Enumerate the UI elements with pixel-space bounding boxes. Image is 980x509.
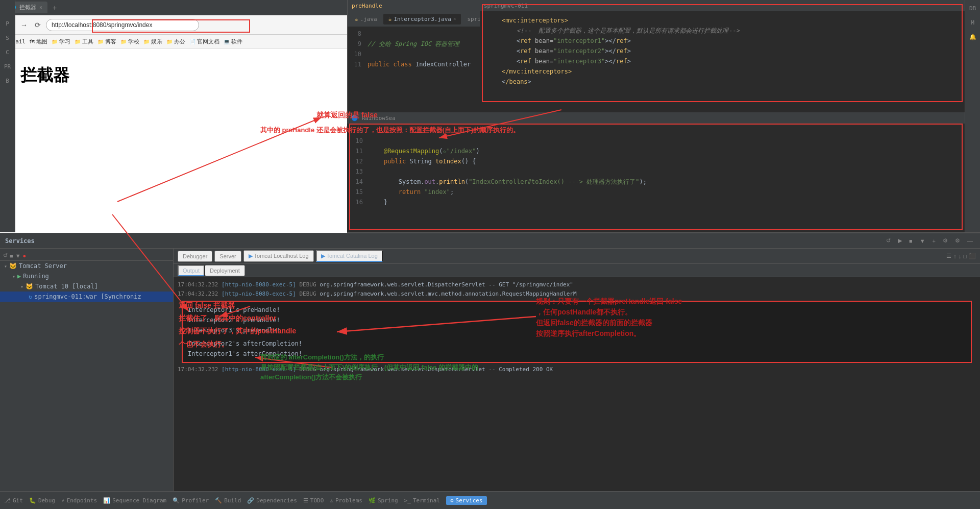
notifications-icon[interactable]: 🔔: [968, 34, 978, 44]
status-sequence[interactable]: 📊 Sequence Diagram: [103, 497, 166, 504]
bookmark-entertainment[interactable]: 📁娱乐: [143, 38, 162, 45]
tree-item-tomcat10[interactable]: ▾ 🐱 Tomcat 10 [local]: [0, 281, 173, 292]
tree-record-btn[interactable]: ●: [23, 253, 27, 259]
bookmark-docs[interactable]: 📄官网文档: [189, 38, 219, 45]
xml-line-7: </beans>: [482, 77, 963, 87]
middle-code-line-8: 8: [348, 29, 480, 39]
tab-tomcat-catalina-log[interactable]: ▶ Tomcat Catalina Log: [316, 250, 383, 262]
bookmark-software[interactable]: 💻软件: [224, 38, 242, 45]
ctrl-code-area: 9 10 11 @RequestMapping(☆"/index") 12 pu…: [347, 124, 965, 209]
services-tree: ↺ ■ ▼ ● ▾ 🐱 Tomcat Server ▾ ▶ Running ▾ …: [0, 249, 174, 491]
status-endpoints[interactable]: ⚡ Endpoints: [61, 497, 97, 504]
status-build[interactable]: 🔨 Build: [215, 497, 241, 504]
terminal-label: Terminal: [413, 497, 440, 504]
tab-debugger[interactable]: Debugger: [178, 251, 212, 262]
status-bar: ⎇ Git 🐛 Debug ⚡ Endpoints 📊 Sequence Dia…: [0, 491, 980, 509]
refresh-button[interactable]: ⟳: [33, 20, 43, 30]
bookmark-tools[interactable]: 📁工具: [75, 38, 93, 45]
ide-left-sidebar: P S C PR B: [0, 0, 15, 232]
output-toolbar-btn-1[interactable]: ☰: [946, 253, 951, 259]
ide-right-sidebar: DB M 🔔: [965, 0, 980, 232]
url-bar[interactable]: [46, 19, 199, 31]
problems-icon: ⚠: [330, 497, 333, 504]
services-body: ↺ ■ ▼ ● ▾ 🐱 Tomcat Server ▾ ▶ Running ▾ …: [0, 249, 980, 491]
sub-tab-output[interactable]: Output: [178, 265, 205, 276]
middle-code-area: 8 9 // 交给 Spring IOC 容器管理 10 11 public c…: [348, 27, 480, 71]
status-todo[interactable]: ☰ TODO: [303, 497, 324, 504]
browser-tab-label: 拦截器: [19, 4, 36, 11]
services-icon: ⚙: [450, 497, 454, 504]
annotation-rule-text: 规则：只要有一个拦截器preHandle返回 false ，任何postHand…: [536, 296, 755, 339]
xml-panel: springmvc-011 <mvc:interceptors> <!-- 配置…: [480, 0, 965, 112]
pullrequests-icon[interactable]: PR: [3, 63, 13, 74]
annotation-return-false-box: 返回 false 拦截器 拦截住了，则其中的controllor 控制器不执行了…: [174, 296, 327, 354]
services-settings-btn[interactable]: ⚙: [941, 236, 950, 245]
build-icon: 🔨: [215, 497, 222, 504]
bookmark-map[interactable]: 🗺地图: [30, 38, 47, 45]
structure-icon[interactable]: S: [3, 35, 13, 45]
status-spring[interactable]: 🌿 Spring: [369, 497, 398, 504]
status-git[interactable]: ⎇ Git: [4, 497, 23, 504]
tree-stop-btn[interactable]: ■: [10, 253, 13, 259]
services-stop-btn[interactable]: ■: [907, 237, 915, 245]
services-label: Services: [456, 497, 483, 504]
status-profiler[interactable]: 🔍 Profiler: [173, 497, 209, 504]
database-icon[interactable]: DB: [968, 5, 978, 15]
tree-running-label: Running: [23, 273, 49, 280]
output-toolbar-btn-5[interactable]: ⬛: [969, 253, 976, 259]
sub-tab-deployment[interactable]: Deployment: [205, 265, 245, 276]
tree-item-running[interactable]: ▾ ▶ Running: [0, 271, 173, 281]
debug-icon: 🐛: [29, 497, 36, 504]
tab-tomcat-localhost-log[interactable]: ▶ Tomcat Localhost Log: [243, 250, 314, 262]
tree-item-app[interactable]: ↻ springmvc-011:war [Synchroniz: [0, 292, 173, 302]
xml-panel-header: springmvc-011: [480, 0, 965, 11]
status-problems[interactable]: ⚠ Problems: [330, 497, 362, 504]
annotation-prehandle-text: 其中的 preHandle 还是会被执行的了，也是按照：配置拦截器(自上而下)的…: [260, 125, 520, 135]
ctrl-line-14: 14 System.out.println("IndexController#t…: [349, 177, 963, 187]
tree-item-tomcat[interactable]: ▾ 🐱 Tomcat Server: [0, 261, 173, 271]
log-line-1: 17:04:32.232 [http-nio-8080-exec-5] DEBU…: [178, 280, 976, 289]
xml-line-2: <!-- 配置多个拦截器，这个是基本配置，默认是所有请求都会进行拦截处理-->: [482, 26, 963, 36]
xml-line-4: <ref bean="interceptor2"></ref>: [482, 46, 963, 56]
output-toolbar-btn-3[interactable]: ↓: [959, 253, 962, 259]
services-filter-btn[interactable]: ▼: [918, 237, 927, 245]
browser-nav: ← → ⟳: [0, 15, 347, 35]
bookmark-school[interactable]: 📁学校: [120, 38, 139, 45]
running-icon: ▶: [17, 273, 21, 280]
commit-icon[interactable]: C: [3, 49, 13, 59]
maven-icon[interactable]: M: [968, 19, 978, 30]
services-gear-btn[interactable]: ⚙: [953, 236, 962, 245]
services-run-btn[interactable]: ▶: [896, 236, 904, 245]
middle-tab-interceptor3[interactable]: ☕Interceptor3.java×: [383, 14, 461, 25]
output-toolbar-btn-2[interactable]: ↑: [953, 253, 957, 259]
tree-restart-btn[interactable]: ↺: [3, 252, 8, 259]
xml-line-5: <ref bean="interceptor3"></ref>: [482, 56, 963, 66]
bookmark-learn[interactable]: 📁学习: [52, 38, 70, 45]
status-terminal[interactable]: >_ Terminal: [404, 497, 440, 504]
tomcat-icon: 🐱: [9, 262, 17, 270]
status-services[interactable]: ⚙ Services: [446, 496, 487, 505]
status-debug[interactable]: 🐛 Debug: [29, 497, 55, 504]
prehandle-breadcrumb: preHandle: [348, 0, 480, 11]
new-tab-button[interactable]: +: [50, 3, 60, 13]
status-dependencies[interactable]: 🔗 Dependencies: [247, 497, 297, 504]
sequence-icon: 📊: [103, 497, 110, 504]
bookmarks-bar: GGmail 🗺地图 📁学习 📁工具 📁博客 📁学校 📁娱乐 📁办公 📄官网文档…: [0, 35, 347, 49]
project-icon[interactable]: P: [3, 20, 13, 31]
output-toolbar-btn-4[interactable]: □: [963, 253, 967, 259]
middle-tab-java[interactable]: ☕.java: [350, 14, 382, 25]
tree-arrow-tomcat10: ▾: [20, 284, 23, 289]
services-close-btn[interactable]: —: [965, 237, 975, 245]
middle-code-line-11: 11 public class IndexController: [348, 59, 480, 69]
browser-tab-close[interactable]: ×: [39, 5, 42, 10]
forward-button[interactable]: →: [18, 20, 30, 30]
services-refresh-btn[interactable]: ↺: [884, 236, 893, 245]
bookmark-office[interactable]: 📁办公: [166, 38, 185, 45]
terminal-icon: >_: [404, 497, 411, 504]
bookmarks-icon[interactable]: B: [3, 78, 13, 88]
services-add-btn[interactable]: +: [930, 237, 938, 245]
tab-server[interactable]: Server: [214, 251, 241, 262]
bookmark-blog[interactable]: 📁博客: [97, 38, 116, 45]
ctrl-line-16: 16 }: [349, 197, 963, 207]
tree-filter-btn[interactable]: ▼: [15, 253, 21, 259]
